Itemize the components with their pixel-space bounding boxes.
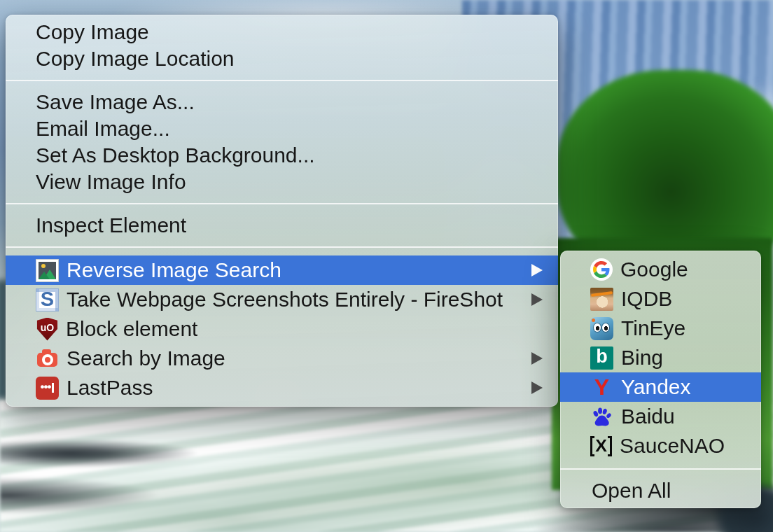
menu-item-reverse-image-search[interactable]: Reverse Image Search	[6, 255, 558, 285]
reverse-image-search-submenu: Google IQDB TinEye b Bing Y Yandex	[560, 251, 761, 508]
menu-item-label: Copy Image	[36, 20, 149, 44]
menu-item-email-image[interactable]: Email Image...	[6, 115, 558, 142]
menu-item-set-desktop-background[interactable]: Set As Desktop Background...	[6, 142, 558, 169]
submenu-item-label: Baidu	[621, 405, 675, 428]
menu-separator	[6, 246, 558, 248]
baidu-paw-icon	[590, 405, 613, 428]
submenu-item-iqdb[interactable]: IQDB	[560, 284, 761, 314]
submenu-item-open-all[interactable]: Open All	[560, 477, 761, 504]
menu-separator	[560, 468, 761, 470]
iqdb-icon	[590, 288, 613, 311]
ublock-shield-icon: uO	[36, 318, 58, 341]
submenu-arrow-icon	[531, 264, 543, 276]
submenu-item-label: Yandex	[621, 375, 691, 399]
submenu-item-baidu[interactable]: Baidu	[560, 402, 761, 431]
submenu-item-label: Bing	[621, 346, 663, 370]
menu-item-label: Block element	[66, 317, 197, 341]
google-icon	[590, 258, 613, 281]
menu-separator	[6, 203, 558, 204]
submenu-item-bing[interactable]: b Bing	[560, 343, 761, 372]
fireshot-icon: S	[36, 288, 59, 312]
menu-item-label: Inspect Element	[36, 214, 186, 237]
submenu-item-label: Open All	[592, 479, 671, 503]
menu-item-inspect-element[interactable]: Inspect Element	[6, 212, 558, 239]
menu-item-label: Reverse Image Search	[67, 258, 281, 282]
bing-icon: b	[590, 346, 613, 370]
camera-icon	[36, 347, 59, 370]
menu-item-copy-image-location[interactable]: Copy Image Location	[6, 46, 558, 72]
submenu-arrow-icon	[531, 382, 543, 394]
submenu-item-label: TinEye	[621, 316, 685, 340]
menu-item-save-image-as[interactable]: Save Image As...	[6, 89, 558, 115]
submenu-item-saucenao[interactable]: X SauceNAO	[560, 431, 761, 461]
submenu-arrow-icon	[531, 352, 543, 365]
submenu-item-label: SauceNAO	[620, 434, 725, 458]
menu-item-label: Save Image As...	[36, 90, 195, 114]
menu-item-label: Email Image...	[36, 117, 170, 141]
submenu-item-label: IQDB	[621, 287, 672, 311]
menu-item-label: Search by Image	[67, 346, 225, 370]
menu-item-label: Copy Image Location	[36, 47, 235, 71]
context-menu: Copy Image Copy Image Location Save Imag…	[6, 15, 558, 407]
lastpass-icon: •••	[36, 377, 59, 400]
menu-item-label: LastPass	[67, 376, 153, 400]
menu-item-search-by-image[interactable]: Search by Image	[6, 344, 558, 373]
menu-item-label: Take Webpage Screenshots Entirely - Fire…	[67, 288, 503, 312]
menu-item-copy-image[interactable]: Copy Image	[6, 19, 558, 46]
saucenao-icon: X	[590, 436, 612, 456]
menu-item-label: View Image Info	[36, 170, 186, 194]
yandex-icon: Y	[590, 376, 613, 399]
submenu-item-label: Google	[620, 258, 688, 281]
submenu-item-google[interactable]: Google	[560, 255, 761, 284]
menu-item-block-element[interactable]: uO Block element	[6, 314, 558, 344]
menu-item-view-image-info[interactable]: View Image Info	[6, 169, 558, 195]
tineye-robot-icon	[590, 317, 613, 340]
submenu-item-tineye[interactable]: TinEye	[560, 314, 761, 343]
menu-item-lastpass[interactable]: ••• LastPass	[6, 373, 558, 402]
submenu-item-yandex[interactable]: Y Yandex	[560, 372, 761, 402]
photo-icon	[36, 259, 59, 282]
menu-separator	[6, 80, 558, 81]
menu-item-fireshot[interactable]: S Take Webpage Screenshots Entirely - Fi…	[6, 285, 558, 314]
menu-item-label: Set As Desktop Background...	[36, 144, 315, 167]
submenu-arrow-icon	[531, 293, 543, 306]
